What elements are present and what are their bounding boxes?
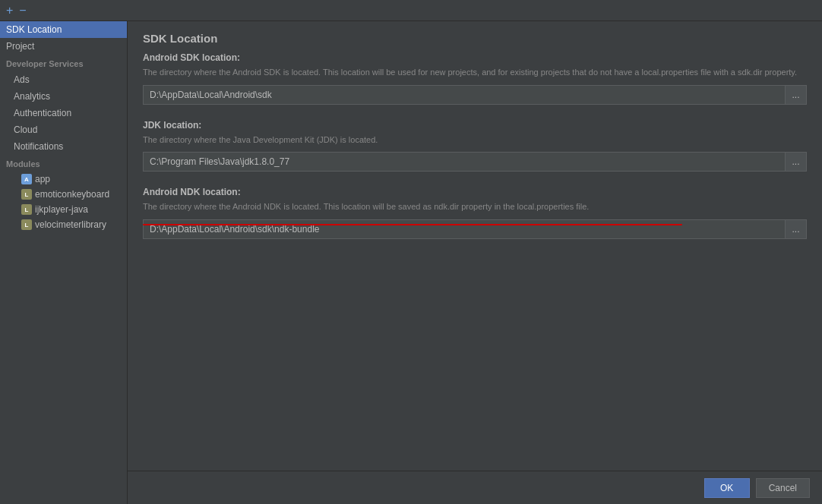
jdk-browse-button[interactable]: ... [786,152,807,172]
sidebar-item-analytics[interactable]: Analytics [0,88,127,105]
android-ndk-path-row: ... [143,219,807,239]
android-sdk-title: Android SDK location: [143,52,807,63]
sidebar: SDK Location Project Developer Services … [0,21,128,504]
sidebar-module-app[interactable]: A app [0,172,127,187]
lib-module-icon: L [21,189,32,200]
jdk-desc: The directory where the Java Development… [143,134,807,146]
android-sdk-section: Android SDK location: The directory wher… [143,52,807,105]
android-ndk-path-input[interactable] [143,219,786,239]
jdk-section: JDK location: The directory where the Ja… [143,120,807,172]
cancel-button[interactable]: Cancel [756,478,810,498]
sidebar-module-ijkplayer-java[interactable]: L ijkplayer-java [0,202,127,217]
android-sdk-path-input[interactable] [143,85,786,105]
sidebar-item-cloud[interactable]: Cloud [0,121,127,138]
bottom-bar: OK Cancel [128,471,822,504]
sidebar-item-authentication[interactable]: Authentication [0,105,127,121]
sidebar-item-notifications[interactable]: Notifications [0,138,127,155]
android-ndk-browse-button[interactable]: ... [786,219,807,239]
android-sdk-desc: The directory where the Android SDK is l… [143,66,807,79]
sidebar-section-developer-services: Developer Services [0,56,127,71]
add-icon[interactable]: + [6,5,13,17]
main-content: SDK Location Project Developer Services … [0,21,822,504]
lib-module-icon: L [21,204,32,215]
ok-button[interactable]: OK [704,478,750,498]
jdk-path-row: ... [143,152,807,172]
remove-icon[interactable]: − [19,5,26,17]
panel-title: SDK Location [128,21,822,52]
app-module-icon: A [21,174,32,184]
sidebar-module-emoticonkeyboard[interactable]: L emoticonkeyboard [0,187,127,202]
sidebar-item-sdk-location[interactable]: SDK Location [0,21,127,38]
lib-module-icon: L [21,219,32,230]
top-bar: + − [0,0,822,21]
right-panel: SDK Location Android SDK location: The d… [128,21,822,504]
android-sdk-browse-button[interactable]: ... [786,85,807,105]
android-ndk-desc: The directory where the Android NDK is l… [143,200,807,213]
android-sdk-path-row: ... [143,85,807,105]
ndk-error-underline [143,224,682,225]
jdk-path-input[interactable] [143,152,786,172]
sidebar-module-velocimeterlibrary[interactable]: L velocimeterlibrary [0,217,127,232]
sidebar-section-modules: Modules [0,156,127,172]
sidebar-item-project[interactable]: Project [0,38,127,55]
android-ndk-section: Android NDK location: The directory wher… [143,187,807,239]
sidebar-item-ads[interactable]: Ads [0,71,127,88]
panel-body: Android SDK location: The directory wher… [128,52,822,471]
android-ndk-title: Android NDK location: [143,187,807,197]
jdk-title: JDK location: [143,120,807,131]
